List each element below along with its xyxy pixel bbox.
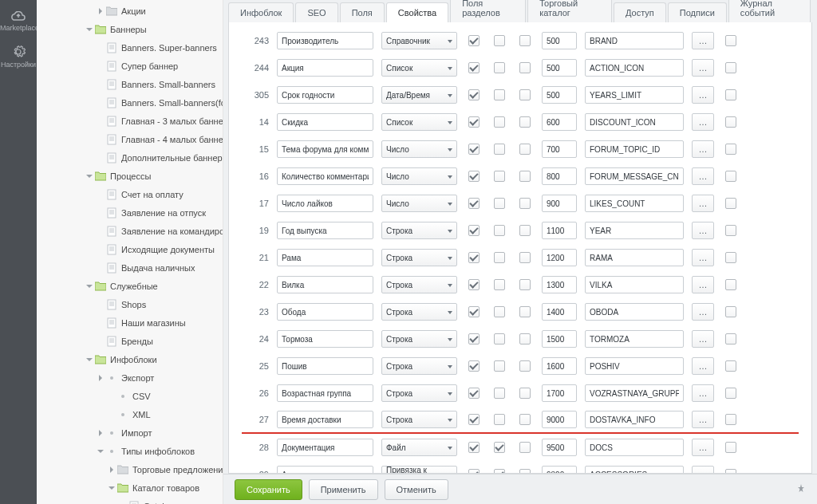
tree-node[interactable]: Выдача наличных — [37, 258, 223, 277]
sort-input[interactable] — [542, 330, 577, 348]
code-input[interactable] — [585, 357, 684, 375]
tree-node[interactable]: Заявление на командировку — [37, 222, 223, 240]
name-input[interactable] — [277, 466, 373, 474]
name-input[interactable] — [277, 86, 373, 104]
delete-checkbox[interactable] — [725, 62, 736, 73]
tab[interactable]: Инфоблок — [228, 2, 294, 22]
sort-input[interactable] — [542, 140, 577, 158]
required-checkbox[interactable] — [519, 333, 531, 345]
code-input[interactable] — [585, 276, 684, 293]
delete-checkbox[interactable] — [725, 306, 736, 317]
required-checkbox[interactable] — [519, 442, 531, 453]
multi-checkbox[interactable] — [494, 62, 505, 73]
tree-node[interactable]: Дополнительные баннеры — [37, 148, 223, 167]
sort-input[interactable] — [542, 195, 577, 212]
tree-node[interactable]: Banners. Small-banners(footer) — [37, 93, 223, 112]
type-select[interactable]: Строка — [381, 222, 457, 239]
required-checkbox[interactable] — [519, 225, 531, 236]
sort-input[interactable] — [542, 249, 577, 266]
tab[interactable]: Свойства — [386, 2, 448, 22]
multi-checkbox[interactable] — [494, 225, 505, 236]
tree-node[interactable]: Инфоблоки — [37, 350, 223, 368]
name-input[interactable] — [277, 249, 373, 266]
tree-node[interactable]: Banners. Super-banners — [37, 38, 223, 57]
tree-node[interactable]: Banners. Small-banners — [37, 75, 223, 93]
type-select[interactable]: Число — [381, 140, 457, 158]
code-input[interactable] — [585, 59, 684, 77]
active-checkbox[interactable] — [468, 442, 480, 453]
more-button[interactable]: … — [692, 411, 714, 428]
tree-node[interactable]: Акции — [37, 2, 223, 20]
name-input[interactable] — [277, 357, 373, 375]
multi-checkbox[interactable] — [494, 360, 505, 372]
name-input[interactable] — [277, 276, 373, 293]
multi-checkbox[interactable] — [494, 35, 505, 46]
chevron-icon[interactable] — [85, 173, 94, 179]
type-select[interactable]: Строка — [381, 303, 457, 321]
tree-node[interactable]: Импорт — [37, 423, 223, 442]
cancel-button[interactable]: Отменить — [385, 479, 448, 500]
chevron-icon[interactable] — [107, 467, 116, 473]
active-checkbox[interactable] — [468, 35, 480, 46]
tree-node[interactable]: Каталог товаров — [37, 478, 223, 497]
delete-checkbox[interactable] — [725, 116, 736, 128]
multi-checkbox[interactable] — [494, 116, 505, 128]
required-checkbox[interactable] — [519, 89, 531, 100]
required-checkbox[interactable] — [519, 279, 531, 290]
code-input[interactable] — [585, 86, 684, 104]
active-checkbox[interactable] — [468, 89, 480, 100]
code-input[interactable] — [585, 140, 684, 158]
name-input[interactable] — [277, 330, 373, 348]
name-input[interactable] — [277, 411, 373, 428]
required-checkbox[interactable] — [519, 62, 531, 73]
multi-checkbox[interactable] — [494, 144, 505, 155]
active-checkbox[interactable] — [468, 333, 480, 345]
name-input[interactable] — [277, 439, 373, 456]
code-input[interactable] — [585, 466, 684, 474]
pin-icon[interactable] — [796, 484, 806, 495]
delete-checkbox[interactable] — [725, 442, 736, 453]
tree-node[interactable]: Catalogue — [37, 497, 223, 504]
type-select[interactable]: Строка — [381, 249, 457, 266]
sort-input[interactable] — [542, 384, 577, 402]
type-select[interactable]: Число — [381, 195, 457, 212]
tree-node[interactable]: XML — [37, 405, 223, 423]
sort-input[interactable] — [542, 59, 577, 77]
delete-checkbox[interactable] — [725, 225, 736, 236]
code-input[interactable] — [585, 195, 684, 212]
chevron-icon[interactable] — [85, 26, 94, 33]
more-button[interactable]: … — [692, 32, 714, 49]
more-button[interactable]: … — [692, 113, 714, 131]
multi-checkbox[interactable] — [494, 414, 505, 425]
required-checkbox[interactable] — [519, 144, 531, 155]
chevron-icon[interactable] — [107, 485, 116, 491]
required-checkbox[interactable] — [519, 116, 531, 128]
tree-node[interactable]: Счет на оплату — [37, 185, 223, 203]
more-button[interactable]: … — [692, 439, 714, 456]
multi-checkbox[interactable] — [494, 333, 505, 345]
code-input[interactable] — [585, 411, 684, 428]
name-input[interactable] — [277, 303, 373, 321]
code-input[interactable] — [585, 330, 684, 348]
sort-input[interactable] — [542, 303, 577, 321]
tree-node[interactable]: Торговые предложения — [37, 460, 223, 478]
tab[interactable]: Торговый каталог — [527, 0, 612, 22]
sort-input[interactable] — [542, 276, 577, 293]
name-input[interactable] — [277, 195, 373, 212]
delete-checkbox[interactable] — [725, 252, 736, 263]
tab[interactable]: Поля — [340, 2, 385, 22]
more-button[interactable]: … — [692, 357, 714, 375]
active-checkbox[interactable] — [468, 388, 480, 399]
more-button[interactable]: … — [692, 249, 714, 266]
active-checkbox[interactable] — [468, 171, 480, 182]
required-checkbox[interactable] — [519, 171, 531, 182]
active-checkbox[interactable] — [468, 252, 480, 263]
tree-node[interactable]: Shops — [37, 295, 223, 313]
name-input[interactable] — [277, 384, 373, 402]
active-checkbox[interactable] — [468, 360, 480, 372]
more-button[interactable]: … — [692, 195, 714, 212]
tree-node[interactable]: Бренды — [37, 332, 223, 350]
type-select[interactable]: Список — [381, 59, 457, 77]
tree-node[interactable]: CSV — [37, 387, 223, 405]
name-input[interactable] — [277, 32, 373, 49]
